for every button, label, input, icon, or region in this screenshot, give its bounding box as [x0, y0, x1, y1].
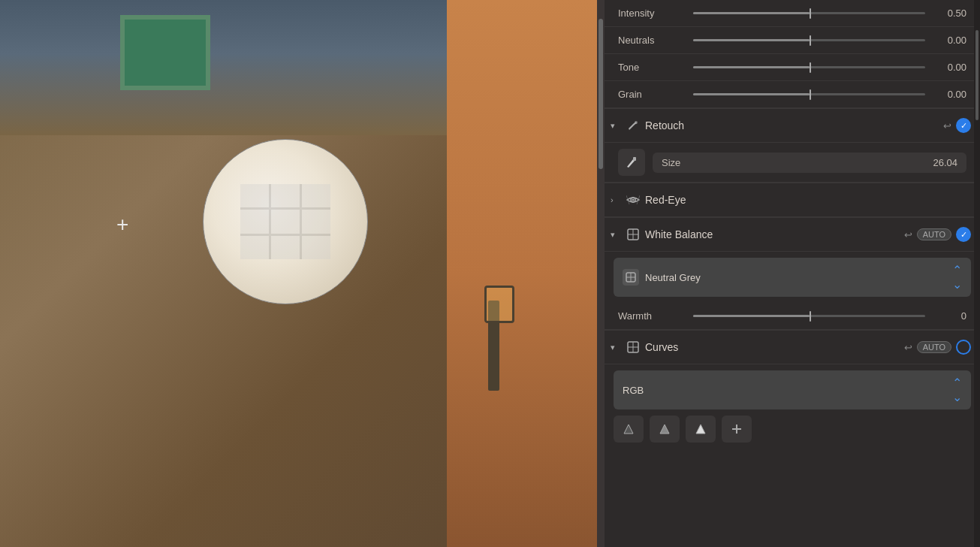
white-balance-enabled-toggle[interactable]: ✓ — [956, 227, 971, 242]
size-value: 26.04 — [933, 157, 957, 168]
white-balance-undo-button[interactable]: ↩ — [904, 229, 912, 240]
curves-tools-row — [605, 409, 980, 449]
wb-preset-icon — [623, 269, 639, 286]
retouch-undo-button[interactable]: ↩ — [943, 120, 951, 131]
grain-fill — [693, 93, 810, 95]
retouch-actions: ↩ ✓ — [943, 118, 971, 133]
curves-enabled-toggle[interactable] — [956, 340, 971, 355]
crosshair-cursor: + — [116, 214, 128, 235]
tone-track[interactable] — [693, 66, 925, 68]
neutrals-row: Neutrals 0.00 — [605, 27, 980, 54]
svg-point-3 — [632, 199, 635, 201]
intensity-fill — [693, 12, 810, 14]
window-pane — [302, 184, 330, 207]
curves-mid-point-button[interactable] — [650, 416, 680, 443]
tone-label: Tone — [618, 62, 686, 73]
lamp-head — [484, 286, 514, 323]
red-eye-section-header[interactable]: › Red-Eye — [605, 183, 980, 217]
tone-fill — [693, 66, 810, 68]
window-preview — [240, 184, 330, 259]
neutrals-label: Neutrals — [618, 35, 686, 46]
curves-actions: ↩ AUTO — [904, 340, 971, 355]
retouch-title: Retouch — [645, 119, 943, 131]
retouch-enabled-toggle[interactable]: ✓ — [956, 118, 971, 133]
warmth-track[interactable] — [693, 315, 925, 317]
svg-rect-1 — [633, 157, 636, 161]
curves-light-point-button[interactable] — [686, 416, 716, 443]
warmth-row: Warmth 0 — [605, 303, 980, 330]
intensity-row: Intensity 0.50 — [605, 0, 980, 27]
warmth-fill — [693, 315, 810, 317]
curves-dark-point-button[interactable] — [614, 416, 644, 443]
intensity-value: 0.50 — [933, 8, 966, 19]
window-pane — [302, 210, 330, 233]
grain-track[interactable] — [693, 93, 925, 95]
tone-row: Tone 0.00 — [605, 54, 980, 81]
red-eye-chevron-icon: › — [611, 195, 623, 204]
curves-auto-badge[interactable]: AUTO — [917, 341, 951, 353]
svg-point-0 — [635, 121, 638, 124]
white-balance-preset-dropdown[interactable]: Neutral Grey ⌃⌄ — [614, 258, 971, 297]
curves-chevron-icon: ▾ — [611, 343, 623, 352]
size-label: Size — [662, 157, 933, 168]
window-pane — [240, 184, 269, 207]
retouch-size-row: Size 26.04 — [605, 143, 980, 183]
scrollbar-thumb[interactable] — [599, 19, 603, 169]
red-eye-title: Red-Eye — [645, 194, 971, 206]
intensity-label: Intensity — [618, 8, 686, 19]
panel-scrollbar[interactable] — [974, 0, 980, 547]
retouch-section-header[interactable]: ▾ Retouch ↩ ✓ — [605, 108, 980, 143]
curves-add-point-button[interactable] — [722, 416, 752, 443]
tone-thumb[interactable] — [810, 62, 811, 73]
white-balance-auto-badge[interactable]: AUTO — [917, 228, 951, 240]
curves-undo-button[interactable]: ↩ — [904, 342, 912, 353]
grain-label: Grain — [618, 89, 686, 100]
retouch-brush-circle — [203, 139, 368, 304]
image-canvas[interactable]: + — [0, 0, 597, 547]
white-balance-title: White Balance — [645, 228, 904, 240]
window-pane — [240, 236, 269, 259]
tone-value: 0.00 — [933, 62, 966, 73]
neutrals-thumb[interactable] — [810, 35, 811, 46]
curves-section-header[interactable]: ▾ Curves ↩ AUTO — [605, 330, 980, 364]
adjustment-panel: Intensity 0.50 Neutrals 0.00 Tone — [605, 0, 980, 547]
neutrals-fill — [693, 39, 810, 41]
window-pane — [302, 236, 330, 259]
retouch-brush-button[interactable] — [618, 149, 645, 176]
size-display[interactable]: Size 26.04 — [653, 153, 966, 173]
grain-row: Grain 0.00 — [605, 81, 980, 108]
window-pane — [271, 210, 300, 233]
top-sliders-section: Intensity 0.50 Neutrals 0.00 Tone — [605, 0, 980, 108]
warmth-value: 0 — [933, 310, 966, 322]
grain-thumb[interactable] — [810, 89, 811, 100]
curves-channel-arrow-icon: ⌃⌄ — [952, 376, 962, 404]
white-balance-actions: ↩ AUTO ✓ — [904, 227, 971, 242]
retouch-chevron-icon: ▾ — [611, 121, 623, 131]
warmth-thumb[interactable] — [810, 311, 811, 322]
window-grid — [240, 184, 330, 259]
window-pane — [271, 236, 300, 259]
window-pane — [271, 184, 300, 207]
building-right — [447, 0, 597, 547]
white-balance-chevron-icon: ▾ — [611, 230, 623, 240]
white-balance-preset-label: Neutral Grey — [645, 272, 952, 283]
main-scrollbar[interactable] — [597, 0, 605, 547]
neutrals-track[interactable] — [693, 39, 925, 41]
white-balance-section-header[interactable]: ▾ White Balance ↩ AUTO ✓ — [605, 217, 980, 252]
curves-channel-dropdown[interactable]: RGB ⌃⌄ — [614, 370, 971, 409]
panel-content: Intensity 0.50 Neutrals 0.00 Tone — [605, 0, 980, 547]
retouch-icon — [626, 118, 641, 133]
window-pane — [240, 210, 269, 233]
wb-dropdown-arrow-icon: ⌃⌄ — [952, 263, 962, 292]
curves-title: Curves — [645, 341, 904, 353]
curves-channel-label: RGB — [623, 385, 952, 396]
intensity-thumb[interactable] — [810, 8, 811, 19]
neutrals-value: 0.00 — [933, 35, 966, 46]
curves-icon — [626, 340, 641, 355]
white-balance-icon — [626, 227, 641, 242]
warmth-label: Warmth — [618, 310, 686, 322]
red-eye-icon — [626, 192, 641, 207]
panel-scrollbar-thumb[interactable] — [975, 30, 978, 120]
intensity-track[interactable] — [693, 12, 925, 14]
top-window — [120, 15, 210, 90]
